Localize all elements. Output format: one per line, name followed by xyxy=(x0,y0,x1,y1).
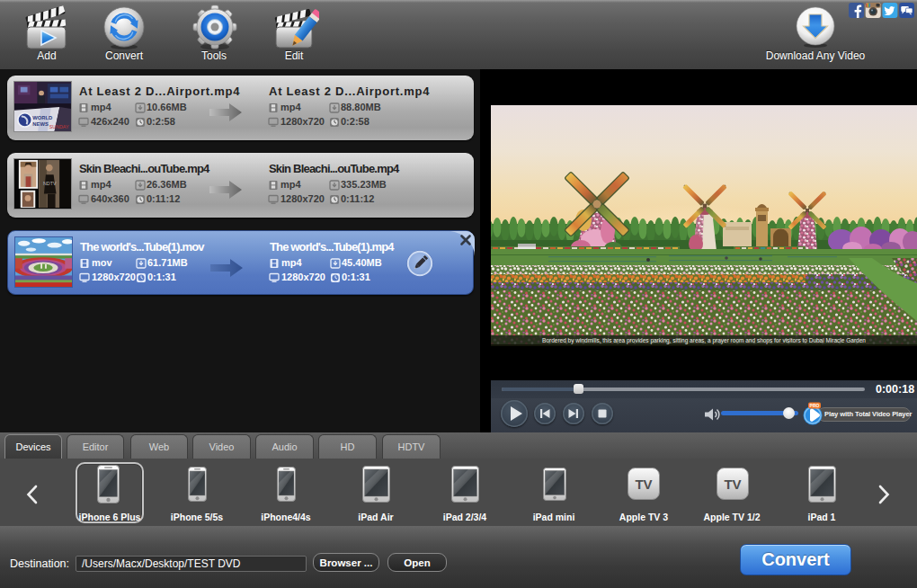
svg-text:WORLD: WORLD xyxy=(32,115,52,120)
svg-text:Bordered by windmills, this ar: Bordered by windmills, this area provide… xyxy=(542,337,866,344)
svg-text:PRO: PRO xyxy=(810,403,820,408)
svg-text:SUNDAY: SUNDAY xyxy=(49,124,69,129)
svg-text:TV: TV xyxy=(724,477,741,492)
svg-text:TV: TV xyxy=(635,477,652,492)
svg-text:NEWS: NEWS xyxy=(32,121,49,127)
svg-text:NDTV: NDTV xyxy=(43,181,57,186)
